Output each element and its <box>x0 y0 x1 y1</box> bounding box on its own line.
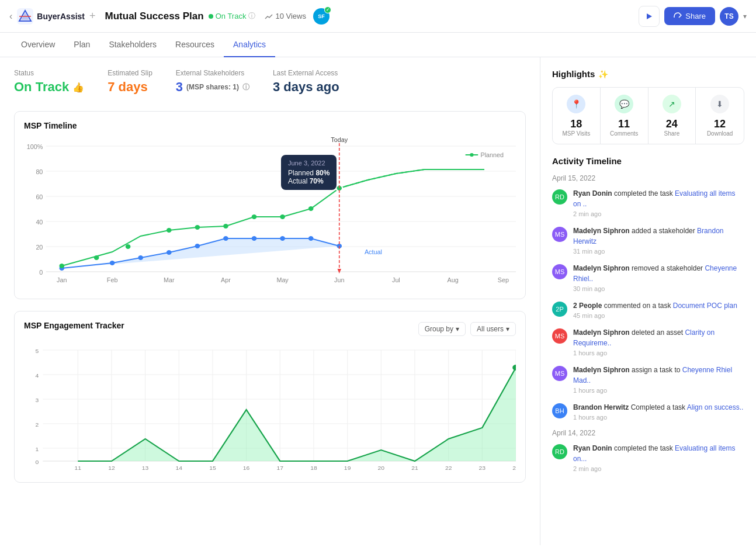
views-count: 10 Views <box>275 12 306 20</box>
svg-text:13: 13 <box>142 465 149 471</box>
highlight-visits: 📍 18 MSP Visits <box>553 88 601 144</box>
tab-analytics[interactable]: Analytics <box>224 33 275 57</box>
svg-text:Jul: Jul <box>392 277 400 283</box>
svg-point-42 <box>195 225 200 230</box>
svg-text:Aug: Aug <box>447 277 458 283</box>
tab-stakeholders[interactable]: Stakeholders <box>99 33 166 57</box>
list-item: RD Ryan Donin completed the task Evaluat… <box>552 443 744 472</box>
svg-text:1: 1 <box>36 446 39 452</box>
app-name: BuyerAssist <box>37 12 85 21</box>
chevron-down-icon-gb: ▾ <box>456 325 459 333</box>
svg-text:17: 17 <box>277 465 284 471</box>
comments-count: 11 <box>618 118 630 130</box>
svg-text:3: 3 <box>36 397 39 403</box>
svg-point-32 <box>223 236 228 241</box>
activity-timeline-section: Activity Timeline April 15, 2022 RD Ryan… <box>552 156 744 472</box>
visits-label: MSP Visits <box>562 130 590 137</box>
activity-text: Brandon Herwitz Completed a task Align o… <box>573 402 744 413</box>
engagement-chart: 5 4 3 2 1 0 <box>24 344 516 473</box>
task-link2[interactable]: Document POC plan <box>673 302 737 310</box>
activity-title: Activity Timeline <box>552 156 744 166</box>
salesforce-icon[interactable]: SF ✓ <box>313 8 330 25</box>
comments-label: Comments <box>610 130 638 137</box>
activity-content: Madelyn Siphron removed a stakeholder Ch… <box>573 263 744 292</box>
engagement-section: MSP Engagement Tracker Group by ▾ All us… <box>14 311 526 483</box>
stakeholders-sub: (MSP shares: 1) <box>186 83 239 91</box>
slip-label: Estimated Slip <box>107 69 152 77</box>
chevron-down-icon[interactable]: ▾ <box>743 12 747 20</box>
share-button[interactable]: Share <box>664 7 715 25</box>
avatar[interactable]: TS <box>720 7 738 26</box>
svg-text:15: 15 <box>209 465 216 471</box>
play-icon <box>645 12 653 20</box>
task-link3[interactable]: Align on success.. <box>687 403 744 411</box>
chart-tooltip: June 3, 2022 Planned 80% Actual 70% <box>281 155 337 190</box>
play-button[interactable] <box>639 6 660 27</box>
slip-stat: Estimated Slip 7 days <box>107 69 152 95</box>
activity-content: Ryan Donin completed the task Evaluating… <box>573 188 744 217</box>
thumbs-up-icon: 👍 <box>72 82 84 93</box>
svg-point-38 <box>59 264 64 268</box>
page-title: Mutual Success Plan <box>105 11 204 22</box>
tab-resources[interactable]: Resources <box>166 33 224 57</box>
svg-point-31 <box>195 244 200 248</box>
svg-text:0: 0 <box>39 269 43 276</box>
activity-content: Ryan Donin completed the task Evaluating… <box>573 443 744 472</box>
tooltip-planned: Planned 80% <box>288 169 330 177</box>
activity-text: Madelyn Siphron deleted an asset Clarity… <box>573 327 744 348</box>
stakeholders-stat: External Stakeholders 3 (MSP shares: 1) … <box>176 69 249 95</box>
status-label: Status <box>14 69 84 77</box>
svg-point-81 <box>512 365 516 371</box>
list-item: RD Ryan Donin completed the task Evaluat… <box>552 188 744 217</box>
last-access-value: 3 days ago <box>273 79 339 95</box>
svg-text:Planned: Planned <box>481 152 504 158</box>
svg-text:Actual: Actual <box>365 249 382 255</box>
comments-icon: 💬 <box>615 95 633 113</box>
status-text: On Track <box>216 12 247 20</box>
nav-back-icon[interactable]: ‹ <box>9 11 12 22</box>
activity-time: 1 hours ago <box>573 349 744 356</box>
activity-time: 45 min ago <box>573 312 744 319</box>
svg-point-33 <box>252 236 257 241</box>
avatar-madelyn2: MS <box>552 264 567 279</box>
stakeholders-label: External Stakeholders <box>176 69 249 77</box>
tooltip-actual: Actual 70% <box>288 177 330 185</box>
list-item: MS Madelyn Siphron added a stakeholder B… <box>552 226 744 255</box>
svg-text:14: 14 <box>176 465 183 471</box>
add-icon[interactable]: + <box>89 10 96 22</box>
svg-text:19: 19 <box>344 465 351 471</box>
stakeholders-value: 3 (MSP shares: 1) ⓘ <box>176 79 249 95</box>
svg-marker-4 <box>647 13 652 19</box>
views-badge: 10 Views <box>265 12 306 20</box>
svg-point-52 <box>470 153 473 157</box>
info-icon: ⓘ <box>248 11 255 21</box>
list-item: MS Madelyn Siphron deleted an asset Clar… <box>552 327 744 356</box>
svg-text:20: 20 <box>36 244 43 251</box>
msp-timeline-section: MSP Timeline 100% 80 60 40 20 0 <box>14 111 526 299</box>
svg-point-28 <box>110 261 115 265</box>
visits-count: 18 <box>570 118 582 130</box>
group-by-button[interactable]: Group by ▾ <box>418 322 466 336</box>
list-item: MS Madelyn Siphron removed a stakeholder… <box>552 263 744 292</box>
svg-text:Sep: Sep <box>498 277 509 283</box>
activity-text: Madelyn Siphron removed a stakeholder Ch… <box>573 263 744 284</box>
tooltip-date: June 3, 2022 <box>288 160 330 167</box>
activity-time: 1 hours ago <box>573 387 744 394</box>
svg-text:20: 20 <box>378 465 385 471</box>
svg-text:5: 5 <box>36 348 39 354</box>
highlight-download: ⬇ 12 Download <box>696 88 744 144</box>
sidebar: Highlights ✨ 📍 18 MSP Visits 💬 11 Commen… <box>540 57 756 545</box>
chart-icon <box>265 12 273 20</box>
msp-visits-icon: 📍 <box>567 95 585 113</box>
chevron-down-icon-au: ▾ <box>506 325 509 333</box>
engagement-header: MSP Engagement Tracker Group by ▾ All us… <box>24 321 516 337</box>
msp-timeline-chart: 100% 80 60 40 20 0 Jan Feb Mar <box>24 137 516 289</box>
svg-point-43 <box>223 224 228 229</box>
tab-overview[interactable]: Overview <box>12 33 64 57</box>
stats-row: Status On Track 👍 Estimated Slip 7 days … <box>14 69 526 95</box>
all-users-button[interactable]: All users ▾ <box>470 322 516 336</box>
avatar-madelyn1: MS <box>552 227 567 242</box>
tab-plan[interactable]: Plan <box>64 33 99 57</box>
svg-text:Today: Today <box>331 137 348 143</box>
status-value: On Track 👍 <box>14 79 84 95</box>
